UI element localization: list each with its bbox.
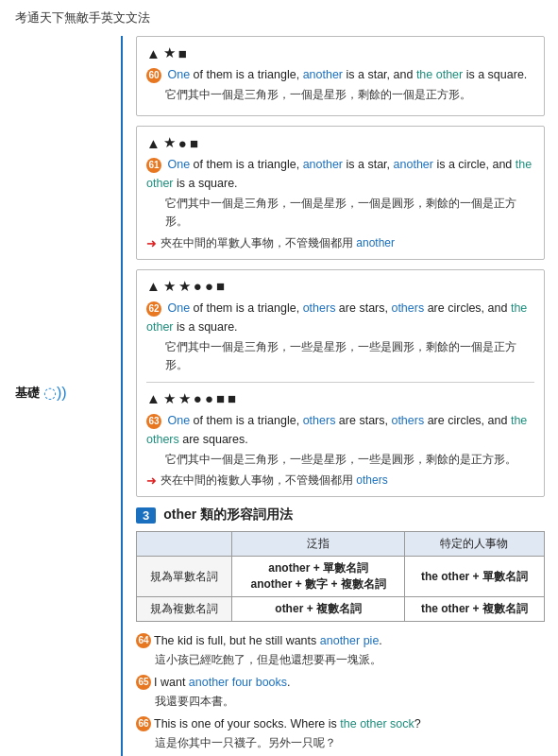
note-arrow-icon: ➜ <box>146 236 157 250</box>
chinese-61: 它們其中一個是三角形，一個是星形，一個是圓形，剩餘的一個是正方形。 <box>146 195 534 231</box>
page-header: 考通天下無敵手英文文法 <box>0 0 558 30</box>
table-cell-singular-header: 規為單數名詞 <box>137 557 232 597</box>
note-arrow-others-icon: ➜ <box>146 473 157 488</box>
example-63: 63 One of them is a triangle, others are… <box>146 411 534 449</box>
shape-row-1: ▲ ★ ■ <box>146 44 534 61</box>
chinese-60: 它們其中一個是三角形，一個是星形，剩餘的一個是正方形。 <box>146 86 534 104</box>
sidebar-wave-icon: ◌)) <box>43 384 67 402</box>
box-section-3: ▲ ★ ★ ● ● ■ 62 One of them is a triangle… <box>136 269 545 498</box>
section3-title: 3 other 類的形容詞用法 <box>136 507 545 524</box>
sidebar-label-text: 基礎 <box>15 385 40 402</box>
table-header-specific: 特定的人事物 <box>404 532 544 557</box>
chinese-trans-66: 這是你其中一只襪子。另外一只呢？ <box>136 734 545 751</box>
section3-num: 3 <box>136 507 156 524</box>
chinese-trans-64: 這小孩已經吃飽了，但是他還想要再一塊派。 <box>136 651 545 668</box>
example-sentence-66: 66 This is one of your socks. Where is t… <box>136 714 545 733</box>
table-cell-plural-general: other + 複數名詞 <box>232 597 405 622</box>
table-cell-plural-specific: the other + 複數名詞 <box>404 597 544 622</box>
shape-row-4: ▲ ★ ★ ● ● ■ ■ <box>146 390 534 407</box>
note-others: ➜ 夾在中間的複數人事物，不管幾個都用 others <box>146 472 534 489</box>
example-sentence-64: 64 The kid is full, but he still wants a… <box>136 631 545 650</box>
note-another: ➜ 夾在中間的單數人事物，不管幾個都用 another <box>146 235 534 251</box>
table-row-plural: 規為複數名詞 other + 複數名詞 the other + 複數名詞 <box>137 597 545 622</box>
table-cell-plural-header: 規為複數名詞 <box>137 597 232 622</box>
box-section-1: ▲ ★ ■ 60 One of them is a triangle, anot… <box>136 36 545 116</box>
table-cell-singular-general: another + 單數名詞another + 數字 + 複數名詞 <box>232 557 405 597</box>
table-header-general: 泛指 <box>232 532 405 557</box>
shape-row-2: ▲ ★ ● ■ <box>146 134 534 151</box>
chinese-63: 它們其中一個是三角形，一些是星形，一些是圓形，剩餘的是正方形。 <box>146 451 534 469</box>
grammar-table: 泛指 特定的人事物 規為單數名詞 another + 單數名詞another +… <box>136 531 545 622</box>
page-title: 考通天下無敵手英文文法 <box>15 10 150 25</box>
box-section-2: ▲ ★ ● ■ 61 One of them is a triangle, an… <box>136 126 545 259</box>
table-cell-singular-specific: the other + 單數名詞 <box>404 557 544 597</box>
table-row-singular: 規為單數名詞 another + 單數名詞another + 數字 + 複數名詞… <box>137 557 545 597</box>
example-60: 60 One of them is a triangle, another is… <box>146 65 534 84</box>
chinese-62: 它們其中一個是三角形，一些是星形，一些是圓形，剩餘的一個是正方形。 <box>146 338 534 374</box>
shape-row-3: ▲ ★ ★ ● ● ■ <box>146 278 534 295</box>
section3-title-text: other 類的形容詞用法 <box>163 507 293 524</box>
table-header-empty <box>137 532 232 557</box>
example-sentence-65: 65 I want another four books. <box>136 673 545 692</box>
example-61: 61 One of them is a triangle, another is… <box>146 155 534 193</box>
example-62: 62 One of them is a triangle, others are… <box>146 299 534 336</box>
chinese-trans-65: 我還要四本書。 <box>136 693 545 710</box>
